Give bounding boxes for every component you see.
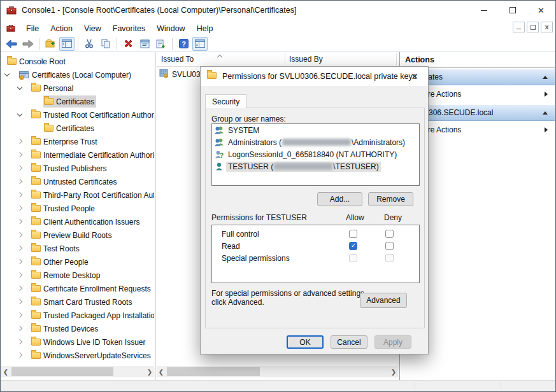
tree-item[interactable]: Certificates <box>1 122 154 135</box>
mdi-restore-button[interactable] <box>527 22 539 32</box>
chevron-right-icon[interactable] <box>17 179 22 184</box>
tree-item[interactable]: Remote Desktop <box>1 269 154 282</box>
allow-checkbox[interactable] <box>349 242 357 250</box>
chevron-down-icon[interactable] <box>17 111 22 116</box>
tab-security[interactable]: Security <box>205 94 246 108</box>
user-list-item[interactable]: ?LogonSessionId_0_665818840 (NT AUTHORIT… <box>212 148 419 160</box>
chevron-right-icon[interactable] <box>17 299 22 304</box>
tree-item[interactable]: Certificates (Local Computer) <box>1 68 154 81</box>
advanced-button[interactable]: Advanced <box>360 293 407 308</box>
maximize-button[interactable] <box>498 1 527 20</box>
tree-item[interactable]: Preview Build Roots <box>1 228 154 242</box>
tree-item[interactable]: Client Authentication Issuers <box>1 215 154 228</box>
ok-button[interactable]: OK <box>287 335 324 349</box>
chevron-right-icon[interactable] <box>17 326 22 331</box>
scroll-left-icon[interactable]: ❮ <box>1 366 10 377</box>
menu-item-favorites[interactable]: Favorites <box>107 22 151 35</box>
user-list-item[interactable]: Administrators (\Administrators) <box>212 136 419 148</box>
remove-button[interactable]: Remove <box>368 192 413 206</box>
cancel-button[interactable]: Cancel <box>331 335 367 349</box>
help-button[interactable]: ? <box>176 37 191 51</box>
menu-item-help[interactable]: Help <box>191 22 219 35</box>
chevron-right-icon[interactable] <box>17 139 22 144</box>
column-header-issued-to[interactable]: Issued To <box>161 55 194 64</box>
chevron-right-icon[interactable] <box>17 286 22 291</box>
dialog-close-button[interactable]: ✕ <box>401 67 428 86</box>
properties-button[interactable] <box>137 37 152 51</box>
chevron-right-icon[interactable] <box>17 206 22 211</box>
tree-item[interactable]: Other People <box>1 255 154 269</box>
delete-button[interactable] <box>120 37 136 51</box>
chevron-down-icon[interactable] <box>17 85 22 90</box>
group-user-list[interactable]: SYSTEMAdministrators (\Administrators)?L… <box>211 123 420 186</box>
menu-item-file[interactable]: File <box>20 22 45 35</box>
show-tree-button[interactable] <box>59 37 75 51</box>
chevron-right-icon[interactable] <box>17 152 22 157</box>
chevron-right-icon[interactable] <box>17 219 22 224</box>
user-list-item[interactable]: SYSTEM <box>212 124 419 136</box>
tree-item[interactable]: Trusted Root Certification Authorities <box>1 108 154 122</box>
collapse-icon[interactable] <box>543 111 548 115</box>
export-list-button[interactable] <box>153 37 169 51</box>
show-actions-button[interactable] <box>192 37 208 51</box>
chevron-right-icon[interactable] <box>17 312 22 318</box>
chevron-right-icon[interactable] <box>17 259 22 264</box>
tree-item[interactable]: Smart Card Trusted Roots <box>1 295 154 309</box>
column-divider[interactable] <box>396 53 397 65</box>
tree-item[interactable]: WindowsServerUpdateServices <box>1 349 154 362</box>
tree-item[interactable]: Trusted People <box>1 202 154 215</box>
collapse-icon[interactable] <box>543 76 548 79</box>
minimize-button[interactable] <box>469 1 498 20</box>
copy-button[interactable] <box>98 37 113 51</box>
chevron-right-icon[interactable] <box>17 232 22 237</box>
list-horizontal-scrollbar[interactable]: ❮ ❯ <box>157 366 398 377</box>
scroll-right-icon[interactable]: ❯ <box>389 366 398 377</box>
deny-checkbox[interactable] <box>385 242 394 250</box>
tree-item[interactable]: Certificates <box>1 95 154 108</box>
tree-item[interactable]: Intermediate Certification Authorities <box>1 148 154 162</box>
chevron-right-icon[interactable] <box>17 272 22 277</box>
tree-item[interactable]: Third-Party Root Certification Authoriti… <box>1 188 154 202</box>
chevron-right-icon[interactable] <box>17 353 22 358</box>
tree-item[interactable]: Test Roots <box>1 242 154 255</box>
up-one-level-button[interactable] <box>43 37 58 51</box>
tree-item[interactable]: Trusted Packaged App Installation Author… <box>1 309 154 322</box>
back-button[interactable] <box>4 37 19 51</box>
tree-item[interactable]: Trusted Devices <box>1 322 154 335</box>
pane-splitter[interactable] <box>155 52 155 381</box>
menu-item-view[interactable]: View <box>78 22 107 35</box>
menu-item-window[interactable]: Window <box>151 22 190 35</box>
scroll-right-icon[interactable]: ❯ <box>145 366 154 377</box>
chevron-down-icon[interactable] <box>4 71 10 76</box>
tree-horizontal-scrollbar[interactable]: ❮ ❯ <box>1 366 154 377</box>
chevron-right-icon[interactable] <box>17 339 22 344</box>
tree-item[interactable]: Console Root <box>1 55 154 68</box>
chevron-right-icon[interactable] <box>17 192 22 197</box>
tree-item[interactable]: Windows Live ID Token Issuer <box>1 335 154 349</box>
column-divider[interactable] <box>285 53 285 65</box>
add-button[interactable]: Add... <box>317 192 362 206</box>
tree-item[interactable]: Personal <box>1 81 154 95</box>
forward-button[interactable] <box>20 37 36 51</box>
column-header-issued-by[interactable]: Issued By <box>289 55 323 64</box>
mdi-minimize-button[interactable] <box>513 22 525 32</box>
scrollbar-track[interactable] <box>166 366 389 377</box>
apply-button[interactable]: Apply <box>374 335 411 349</box>
close-button[interactable]: ✕ <box>527 1 555 20</box>
tree-item[interactable]: Certificate Enrollment Requests <box>1 282 154 295</box>
cut-button[interactable] <box>82 37 97 51</box>
scroll-left-icon[interactable]: ❮ <box>157 366 166 377</box>
allow-checkbox[interactable] <box>349 230 357 238</box>
chevron-right-icon[interactable] <box>17 246 22 251</box>
scrollbar-track[interactable] <box>10 366 145 377</box>
menu-item-action[interactable]: Action <box>45 22 78 35</box>
deny-checkbox[interactable] <box>385 230 394 238</box>
chevron-right-icon[interactable] <box>17 165 22 171</box>
scrollbar-thumb[interactable] <box>11 367 113 376</box>
mdi-close-button[interactable]: x <box>541 22 553 32</box>
tree-item[interactable]: Trusted Publishers <box>1 162 154 175</box>
tree-item[interactable]: Enterprise Trust <box>1 135 154 148</box>
tree-item[interactable]: Untrusted Certificates <box>1 175 154 188</box>
scrollbar-thumb[interactable] <box>167 367 260 376</box>
user-list-item[interactable]: TESTUSER (\TESTUSER) <box>212 160 419 172</box>
